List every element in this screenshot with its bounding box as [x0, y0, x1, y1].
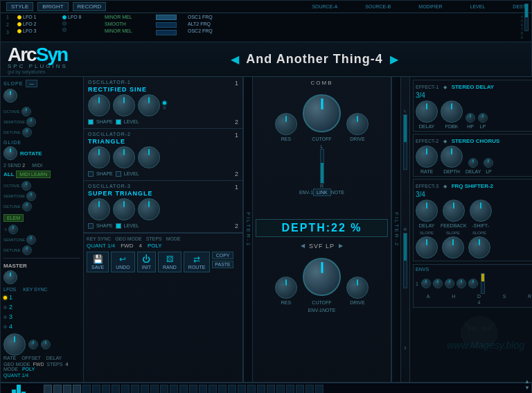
seq-cell[interactable]: [73, 385, 81, 393]
osc2-shape-knob[interactable]: [138, 146, 160, 168]
osc1-knob-2[interactable]: [113, 94, 135, 116]
record-button[interactable]: RECORD: [73, 2, 107, 11]
init-button[interactable]: ⏻ INIT: [137, 252, 156, 272]
seq-cell-empty[interactable]: [218, 385, 227, 393]
undo-button[interactable]: ↩ UNDO: [111, 252, 135, 272]
main-r-slider[interactable]: [403, 233, 407, 288]
level-check-2[interactable]: [116, 171, 121, 177]
lp2-knob[interactable]: [484, 158, 493, 168]
osc3-knob-2[interactable]: [113, 198, 135, 220]
drive2-knob[interactable]: [346, 277, 369, 299]
seq-cell-empty[interactable]: [121, 385, 130, 393]
master-knob[interactable]: [3, 270, 17, 284]
res2-knob[interactable]: [275, 277, 297, 299]
filter-type-arrow-left[interactable]: ◀: [301, 243, 305, 249]
seq-cell-empty[interactable]: [141, 385, 149, 393]
paste-button[interactable]: PASTE: [212, 261, 233, 268]
lfo-delay-knob[interactable]: [41, 340, 51, 349]
seq-cell-empty[interactable]: [170, 385, 178, 393]
level-check-3[interactable]: [116, 223, 121, 229]
env-a-knob[interactable]: [421, 279, 431, 288]
lfo-offset-knob[interactable]: [28, 340, 38, 349]
octave-knob-2[interactable]: [21, 181, 31, 191]
delay1-knob[interactable]: [416, 101, 438, 123]
feedback3-knob[interactable]: [443, 200, 465, 222]
next-patch-button[interactable]: ▶: [390, 53, 398, 66]
env-d-knob[interactable]: [445, 279, 454, 288]
matrix-dot[interactable]: [62, 21, 66, 26]
seq-cell[interactable]: [44, 385, 52, 393]
seq-cell-empty[interactable]: [276, 385, 285, 393]
shift3-knob[interactable]: [470, 200, 492, 222]
seq-cell-empty[interactable]: [257, 385, 265, 393]
seq-cell-empty[interactable]: [209, 385, 217, 393]
effect1-up[interactable]: ▲: [524, 378, 530, 385]
rate2-knob[interactable]: [416, 146, 438, 168]
shape-check-2[interactable]: [88, 171, 94, 177]
env-r-knob[interactable]: [468, 279, 478, 288]
filter-type-arrow-right[interactable]: ▶: [339, 243, 343, 249]
env-h-knob[interactable]: [433, 279, 443, 288]
seq-cell-empty[interactable]: [92, 385, 100, 393]
glide-knob[interactable]: [3, 146, 17, 160]
seq-cell-empty[interactable]: [228, 385, 236, 393]
level-slider-1[interactable]: [320, 149, 324, 184]
slope-button[interactable]: —: [26, 80, 37, 87]
depth2-knob[interactable]: [441, 146, 463, 168]
octave-knob-3[interactable]: [8, 225, 18, 234]
slope-knob[interactable]: [3, 89, 17, 103]
elem-button[interactable]: ELEM: [3, 214, 24, 222]
seq-cell[interactable]: [53, 385, 62, 393]
prev-patch-button[interactable]: ◀: [231, 53, 239, 66]
rand-button[interactable]: ⚄ RAND: [158, 252, 181, 272]
cutoff1-knob[interactable]: [303, 94, 341, 132]
semitone-knob-2[interactable]: [26, 191, 36, 201]
seq-cell-empty[interactable]: [286, 385, 294, 393]
osc2-knob-1[interactable]: [88, 146, 110, 168]
effect1-down[interactable]: ▼: [524, 385, 530, 391]
matrix-dot[interactable]: [17, 29, 21, 33]
seq-cell[interactable]: [63, 385, 71, 393]
shape-check-3[interactable]: [88, 223, 94, 229]
main-l-slider[interactable]: [403, 114, 407, 170]
fdbk1-knob[interactable]: [441, 101, 463, 123]
osc1-knob-1[interactable]: [88, 94, 110, 116]
copy-button[interactable]: COPY: [212, 252, 233, 259]
slope3-knob-3[interactable]: [468, 236, 490, 259]
delay3-knob[interactable]: [416, 200, 438, 222]
seq-cell-empty[interactable]: [296, 385, 304, 393]
seq-cell-empty[interactable]: [179, 385, 188, 393]
seq-cell-empty[interactable]: [238, 385, 246, 393]
seq-cell-empty[interactable]: [150, 385, 159, 393]
res1-knob[interactable]: [275, 113, 297, 135]
seq-cell-empty[interactable]: [131, 385, 139, 393]
semitone-knob-1[interactable]: [26, 117, 36, 127]
bright-button[interactable]: BRIGHT: [37, 2, 68, 11]
seq-cell-empty[interactable]: [112, 385, 120, 393]
slope3-knob-2[interactable]: [442, 236, 464, 259]
lfo-rate-knob[interactable]: [3, 333, 26, 356]
seq-cell-empty[interactable]: [82, 385, 91, 393]
env-vel-slider[interactable]: [481, 273, 485, 294]
detune-knob-2[interactable]: [22, 202, 32, 211]
level-check-1[interactable]: [116, 119, 121, 125]
hp1-knob[interactable]: [466, 113, 475, 123]
seq-cell-empty[interactable]: [102, 385, 110, 393]
semitone-knob-3[interactable]: [26, 235, 36, 245]
seq-cell-empty[interactable]: [199, 385, 207, 393]
slope3-knob-1[interactable]: [416, 236, 438, 259]
midi-learn-button[interactable]: MIDI LEARN: [16, 171, 51, 178]
drive1-knob[interactable]: [346, 113, 369, 135]
route-button[interactable]: ⇄ ROUTE: [184, 252, 211, 272]
seq-cell-empty[interactable]: [247, 385, 256, 393]
effect1-mix-slider[interactable]: [524, 3, 529, 31]
matrix-dot[interactable]: [17, 15, 21, 19]
seq-cell-empty[interactable]: [160, 385, 168, 393]
matrix-dot[interactable]: [62, 15, 66, 19]
delay2-knob[interactable]: [468, 158, 478, 168]
matrix-dot[interactable]: [62, 28, 66, 32]
detune-knob-3[interactable]: [22, 245, 32, 255]
osc3-shape-knob[interactable]: [138, 198, 160, 220]
save-button[interactable]: 💾 SAVE: [87, 252, 109, 272]
seq-cell-empty[interactable]: [267, 385, 275, 393]
